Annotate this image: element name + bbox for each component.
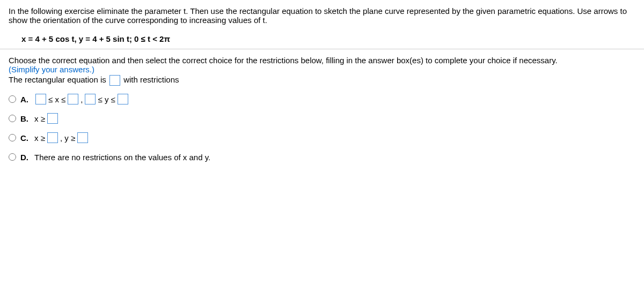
option-a-xmin-input[interactable] bbox=[35, 94, 46, 104]
option-c-y-input[interactable] bbox=[77, 132, 88, 143]
option-a-label: A. bbox=[20, 95, 30, 104]
options-group: A. ≤ x ≤ , ≤ y ≤ B. x ≥ C. x ≥ bbox=[9, 92, 635, 164]
option-a-leyle: ≤ y ≤ bbox=[98, 95, 115, 104]
question-prompt: Choose the correct equation and then sel… bbox=[9, 56, 635, 65]
option-a-content: ≤ x ≤ , ≤ y ≤ bbox=[34, 94, 129, 104]
option-a-xmax-input[interactable] bbox=[68, 94, 78, 104]
rect-eq-input[interactable] bbox=[109, 75, 120, 86]
parametric-equations: x = 4 + 5 cos t, y = 4 + 5 sin t; 0 ≤ t … bbox=[9, 30, 635, 49]
option-c-comma-yge: , y ≥ bbox=[60, 133, 75, 143]
option-b-x-input[interactable] bbox=[47, 113, 58, 124]
option-b-row: B. x ≥ bbox=[9, 111, 635, 125]
option-c-radio[interactable] bbox=[9, 134, 16, 141]
option-a-comma: , bbox=[80, 95, 83, 104]
simplify-note: (Simplify your answers.) bbox=[9, 65, 635, 74]
option-d-row: D. There are no restrictions on the valu… bbox=[9, 150, 635, 164]
option-b-radio[interactable] bbox=[9, 115, 16, 122]
option-a-ymax-input[interactable] bbox=[118, 94, 128, 104]
option-a-row: A. ≤ x ≤ , ≤ y ≤ bbox=[9, 92, 635, 106]
rect-eq-prefix: The rectangular equation is bbox=[9, 75, 106, 84]
option-b-label: B. bbox=[20, 114, 30, 123]
option-d-text: There are no restrictions on the values … bbox=[34, 153, 210, 162]
option-a-radio[interactable] bbox=[9, 95, 16, 103]
option-c-x-input[interactable] bbox=[47, 132, 58, 143]
section-divider bbox=[0, 49, 644, 49]
option-b-content: x ≥ bbox=[34, 113, 59, 124]
option-d-radio[interactable] bbox=[9, 153, 16, 161]
option-c-content: x ≥ , y ≥ bbox=[34, 132, 89, 143]
rectangular-equation-line: The rectangular equation is with restric… bbox=[9, 75, 635, 86]
option-a-lexle: ≤ x ≤ bbox=[48, 95, 65, 104]
option-c-row: C. x ≥ , y ≥ bbox=[9, 131, 635, 145]
instructions-text: In the following exercise eliminate the … bbox=[9, 6, 635, 30]
option-c-xge: x ≥ bbox=[34, 133, 45, 143]
option-d-label: D. bbox=[20, 153, 30, 162]
option-b-xge: x ≥ bbox=[34, 114, 45, 123]
option-a-ymin-input[interactable] bbox=[85, 94, 96, 104]
option-c-label: C. bbox=[20, 133, 30, 143]
rect-eq-suffix: with restrictions bbox=[123, 75, 179, 84]
